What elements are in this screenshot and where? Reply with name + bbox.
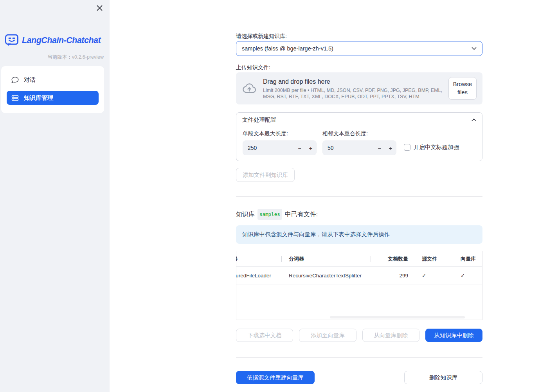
table-row[interactable]: UnstructuredFileLoader RecursiveCharacte… (236, 267, 482, 284)
rebuild-vector-store-button[interactable]: 依据源文件重建向量库 (236, 371, 315, 384)
sidebar-item-knowledge-base[interactable]: 知识库管理 (7, 91, 99, 105)
chunk-size-value: 250 (248, 145, 294, 151)
sidebar-menu: 对话 知识库管理 (1, 66, 104, 113)
cell-source-file-check: ✓ (415, 267, 453, 284)
add-to-vector-store-button[interactable]: 添加至向量库 (299, 329, 356, 342)
overlap-size-decrement-button[interactable]: − (374, 145, 385, 151)
stacked-disks-icon (11, 95, 19, 101)
file-dropzone[interactable]: Drag and drop files here Limit 200MB per… (236, 72, 482, 104)
browse-files-button[interactable]: Browse files (448, 77, 477, 100)
table-header-row: 加载器 分词器 文档数量 源文件 向量库 (236, 251, 482, 267)
sidebar-close-button[interactable] (94, 2, 105, 13)
chunk-size-increment-button[interactable]: + (305, 145, 316, 151)
version-value: v0.2.6-preview (72, 54, 104, 60)
table-header-vector-store[interactable]: 向量库 (453, 251, 482, 266)
file-config-body: 单段文本最大长度: 250 − + 相邻文本重合长度: 50 − (236, 127, 482, 161)
kb-select-label: 请选择或新建知识库: (236, 32, 482, 40)
table-header-source-file[interactable]: 源文件 (415, 251, 453, 266)
overlap-size-input[interactable]: 50 − + (322, 140, 396, 155)
kb-select[interactable]: samples (faiss @ bge-large-zh-v1.5) (236, 41, 482, 56)
checkbox-unchecked-icon[interactable] (404, 144, 410, 151)
kb-files-prefix: 知识库 (236, 210, 255, 219)
sidebar-item-chat[interactable]: 对话 (7, 73, 99, 87)
zh-title-enhance-checkbox-row[interactable]: 开启中文标题加强 (404, 144, 459, 151)
table-header-doc-count[interactable]: 文档数量 (371, 251, 415, 266)
cell-doc-count: 299 (371, 267, 415, 284)
overlap-size-value: 50 (328, 145, 374, 151)
upload-label: 上传知识文件: (236, 63, 482, 71)
overlap-size-increment-button[interactable]: + (385, 145, 396, 151)
delete-kb-button[interactable]: 删除知识库 (404, 371, 482, 384)
cell-vector-store-check: ✓ (453, 267, 482, 284)
file-config-expander-header[interactable]: 文件处理配置 (236, 113, 482, 127)
cloud-upload-icon (242, 81, 257, 96)
add-files-to-kb-button[interactable]: 添加文件到知识库 (236, 168, 295, 182)
version-label: 当前版本： (47, 54, 72, 60)
table-horizontal-scrollbar[interactable] (330, 316, 465, 318)
cell-splitter: RecursiveCharacterTextSplitter (282, 267, 371, 284)
chunk-size-input[interactable]: 250 − + (243, 140, 317, 155)
download-selected-docs-button[interactable]: 下载选中文档 (236, 329, 293, 342)
kb-select-value: samples (faiss @ bge-large-zh-v1.5) (242, 45, 333, 52)
kb-level-buttons: 依据源文件重建向量库 删除知识库 (236, 371, 482, 384)
kb-files-suffix: 中已有文件: (285, 210, 318, 219)
version-line: 当前版本：v0.2.6-preview (47, 54, 104, 61)
kb-name-code: samples (257, 209, 282, 220)
delete-from-vector-store-button[interactable]: 从向量库删除 (362, 329, 419, 342)
sidebar: LangChain-Chatchat 当前版本：v0.2.6-preview 对… (0, 0, 110, 392)
chevron-down-icon (472, 47, 477, 50)
file-action-buttons: 下载选中文档 添加至向量库 从向量库删除 从知识库中删除 (236, 329, 482, 342)
divider (236, 357, 482, 358)
file-config-title: 文件处理配置 (242, 116, 276, 124)
overlap-size-label: 相邻文本重合长度: (322, 129, 396, 137)
dropzone-limit-text: Limit 200MB per file • HTML, MD, JSON, C… (263, 87, 442, 100)
logo-chat-smiley-icon (5, 34, 19, 47)
table-header-splitter[interactable]: 分词器 (282, 251, 371, 266)
divider (236, 196, 482, 197)
cell-loader: UnstructuredFileLoader (236, 267, 282, 284)
chat-bubble-icon (11, 77, 19, 83)
app-logo: LangChain-Chatchat (5, 34, 106, 47)
dropzone-title: Drag and drop files here (263, 77, 442, 86)
chunk-size-decrement-button[interactable]: − (294, 145, 305, 151)
sidebar-item-label: 对话 (24, 76, 36, 84)
kb-management-page: 请选择或新建知识库: samples (faiss @ bge-large-zh… (236, 0, 482, 384)
dropzone-text: Drag and drop files here Limit 200MB per… (263, 77, 442, 100)
chevron-up-icon (472, 119, 476, 121)
sidebar-item-label: 知识库管理 (24, 94, 53, 102)
chunk-size-label: 单段文本最大长度: (243, 129, 317, 137)
kb-files-table[interactable]: 加载器 分词器 文档数量 源文件 向量库 UnstructuredFileLoa… (236, 251, 482, 320)
file-config-expander: 文件处理配置 单段文本最大长度: 250 − + (236, 112, 482, 161)
kb-files-heading: 知识库 samples 中已有文件: (236, 209, 482, 220)
delete-from-kb-button[interactable]: 从知识库中删除 (425, 329, 482, 342)
info-banner: 知识库中包含源文件与向量库，请从下表中选择文件后操作 (236, 225, 482, 244)
logo-text: LangChain-Chatchat (22, 36, 101, 45)
close-icon (96, 5, 103, 11)
table-header-loader[interactable]: 加载器 (236, 251, 282, 266)
zh-title-enhance-label: 开启中文标题加强 (414, 144, 459, 151)
